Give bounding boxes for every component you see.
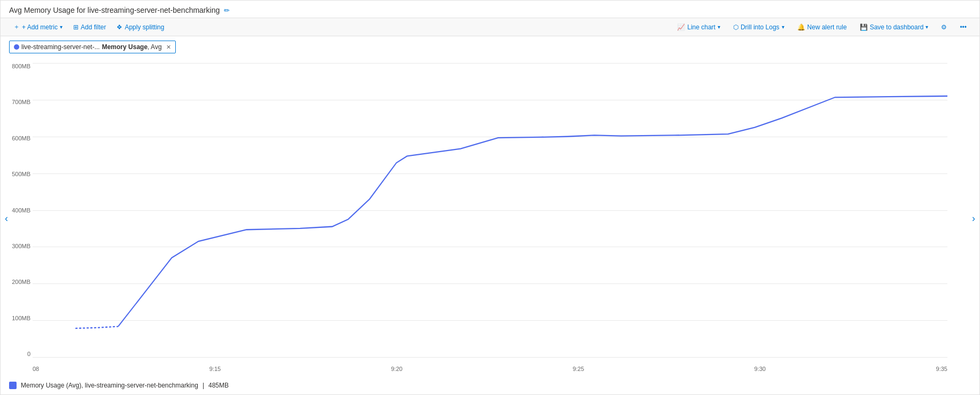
- drill-into-logs-button[interactable]: ⬡ Drill into Logs ▾: [729, 21, 789, 33]
- edit-icon[interactable]: ✏: [224, 6, 230, 14]
- x-label-930: 9:30: [755, 366, 766, 372]
- metric-resource: live-streaming-server-net-...: [21, 43, 100, 51]
- y-label-700mb: 700MB: [5, 99, 30, 105]
- add-filter-label: Add filter: [81, 23, 106, 31]
- new-alert-rule-button[interactable]: 🔔 New alert rule: [793, 21, 851, 33]
- ellipsis-icon: •••: [960, 23, 967, 31]
- x-label-920: 9:20: [391, 366, 402, 372]
- plus-icon: ＋: [13, 22, 20, 31]
- apply-splitting-button[interactable]: ❖ Apply splitting: [112, 21, 168, 33]
- metric-name: Memory Usage, Avg: [102, 43, 162, 51]
- chart-inner: 800MB 700MB 600MB 500MB 400MB 300MB 200M…: [33, 63, 947, 357]
- toolbar-left: ＋ + Add metric ▾ ⊞ Add filter ❖ Apply sp…: [9, 20, 671, 34]
- page-title: Avg Memory Usage for live-streaming-serv…: [9, 6, 220, 14]
- save-chevron-icon: ▾: [925, 24, 928, 30]
- y-label-500mb: 500MB: [5, 171, 30, 177]
- line-chart-chevron-icon: ▾: [718, 24, 720, 30]
- legend-label: Memory Usage (Avg), live-streaming-serve…: [21, 382, 198, 389]
- add-filter-button[interactable]: ⊞ Add filter: [69, 21, 110, 33]
- filter-icon: ⊞: [73, 23, 79, 31]
- add-metric-chevron-icon: ▾: [60, 24, 63, 30]
- settings-button[interactable]: ⚙: [937, 21, 951, 33]
- apply-splitting-label: Apply splitting: [125, 23, 164, 31]
- chart-prev-button[interactable]: ‹: [5, 212, 8, 224]
- toolbar: ＋ + Add metric ▾ ⊞ Add filter ❖ Apply sp…: [1, 18, 979, 36]
- x-label-935: 9:35: [936, 366, 947, 372]
- y-label-600mb: 600MB: [5, 135, 30, 141]
- more-options-button[interactable]: •••: [955, 21, 971, 33]
- legend-value: 485MB: [208, 382, 229, 389]
- y-label-200mb: 200MB: [5, 279, 30, 285]
- y-label-100mb: 100MB: [5, 315, 30, 321]
- save-to-dashboard-label: Save to dashboard: [870, 23, 924, 31]
- drill-icon: ⬡: [733, 23, 738, 31]
- y-label-400mb: 400MB: [5, 207, 30, 214]
- title-bar: Avg Memory Usage for live-streaming-serv…: [1, 1, 979, 18]
- metric-close-button[interactable]: ✕: [166, 44, 171, 51]
- x-label-08: 08: [33, 366, 39, 372]
- gear-icon: ⚙: [941, 23, 947, 31]
- bell-icon: 🔔: [797, 23, 805, 31]
- add-metric-label: + Add metric: [22, 23, 58, 31]
- add-metric-button[interactable]: ＋ + Add metric ▾: [9, 20, 67, 34]
- y-label-300mb: 300MB: [5, 243, 30, 249]
- x-label-925: 9:25: [573, 366, 584, 372]
- y-label-800mb: 800MB: [5, 63, 30, 69]
- x-axis-labels: 08 9:15 9:20 9:25 9:30 9:35 UTC+08:00: [33, 366, 947, 372]
- chart-area: ‹ › 800MB 700MB 600MB 500MB 400MB 300MB …: [1, 58, 979, 378]
- legend-separator: |: [203, 382, 204, 389]
- line-chart-icon: 📈: [677, 23, 685, 31]
- toolbar-right: 📈 Line chart ▾ ⬡ Drill into Logs ▾ 🔔 New…: [673, 21, 971, 33]
- y-axis-labels: 800MB 700MB 600MB 500MB 400MB 300MB 200M…: [5, 63, 30, 357]
- line-chart-button[interactable]: 📈 Line chart ▾: [673, 21, 725, 33]
- chart-next-button[interactable]: ›: [972, 212, 975, 224]
- x-label-915: 9:15: [209, 366, 221, 372]
- new-alert-rule-label: New alert rule: [807, 23, 847, 31]
- y-label-0: 0: [5, 351, 30, 357]
- main-container: Avg Memory Usage for live-streaming-serv…: [0, 0, 980, 395]
- save-icon: 💾: [860, 23, 868, 31]
- legend-color-swatch: [9, 382, 17, 389]
- line-chart-label: Line chart: [687, 23, 715, 31]
- legend-area: Memory Usage (Avg), live-streaming-serve…: [1, 378, 979, 394]
- chart-line: [33, 63, 947, 357]
- drill-chevron-icon: ▾: [782, 24, 784, 30]
- drill-into-logs-label: Drill into Logs: [741, 23, 780, 31]
- metric-tag: live-streaming-server-net-... Memory Usa…: [9, 41, 176, 53]
- save-to-dashboard-button[interactable]: 💾 Save to dashboard ▾: [855, 21, 933, 33]
- metric-dot-icon: [14, 44, 19, 50]
- split-icon: ❖: [116, 23, 122, 31]
